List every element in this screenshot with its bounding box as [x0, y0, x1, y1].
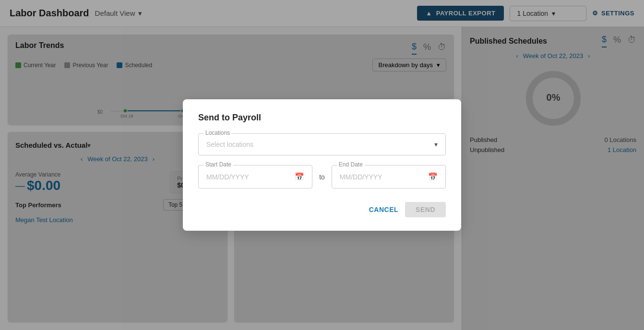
date-row: Start Date MM/DD/YYYY 📅 to End Date MM/D… [198, 165, 446, 189]
start-date-placeholder: MM/DD/YYYY [206, 173, 295, 181]
end-date-placeholder: MM/DD/YYYY [340, 173, 428, 181]
modal-title: Send to Payroll [198, 113, 446, 123]
modal-actions: CANCEL SEND [198, 202, 446, 217]
locations-placeholder: Select locations [206, 141, 253, 148]
locations-select-inner: Select locations ▾ [206, 141, 438, 148]
start-date-label: Start Date [203, 161, 233, 168]
end-date-label: End Date [337, 161, 365, 168]
calendar-icon-end[interactable]: 📅 [428, 172, 438, 181]
cancel-button[interactable]: CANCEL [369, 202, 398, 217]
locations-select-wrap[interactable]: Locations Select locations ▾ [198, 133, 446, 155]
calendar-icon-start[interactable]: 📅 [295, 172, 304, 181]
send-to-payroll-modal: Send to Payroll Locations Select locatio… [183, 99, 461, 231]
end-date-field[interactable]: End Date MM/DD/YYYY 📅 [332, 165, 446, 189]
chevron-down-icon: ▾ [434, 141, 438, 148]
start-date-field[interactable]: Start Date MM/DD/YYYY 📅 [198, 165, 312, 189]
locations-field-group: Locations Select locations ▾ [198, 133, 446, 155]
to-label: to [319, 173, 325, 181]
locations-field-label: Locations [203, 130, 232, 136]
modal-overlay: Send to Payroll Locations Select locatio… [0, 0, 644, 330]
send-button[interactable]: SEND [405, 202, 446, 217]
